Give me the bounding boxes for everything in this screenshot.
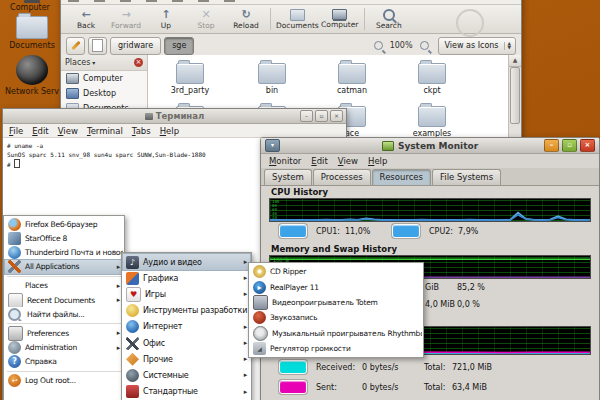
menu-item-офис[interactable]: Офис xyxy=(123,335,250,351)
menu-item-аудио-и-видео[interactable]: Аудио и видео xyxy=(123,254,250,270)
terminal-menu-terminal[interactable]: Terminal xyxy=(87,126,123,136)
terminal-menu-help[interactable]: Help xyxy=(160,126,179,136)
menu-item-системные[interactable]: Системные xyxy=(123,367,250,383)
desktop-icon xyxy=(66,88,79,99)
toolbar-search-button[interactable]: Search xyxy=(370,6,408,32)
close-button[interactable] xyxy=(330,110,343,122)
scrollbar-thumb[interactable] xyxy=(510,67,520,124)
view-mode-select[interactable]: View as Icons xyxy=(438,37,517,55)
menu-item-recent-documents[interactable]: Recent Documents xyxy=(5,293,123,307)
menu-item-найти-файлы-[interactable]: Найти файлы... xyxy=(5,307,123,321)
menu-item-all-applications[interactable]: All Applications xyxy=(5,260,123,274)
terminal-menu-view[interactable]: View xyxy=(58,126,78,136)
toolbar-up-button[interactable]: ↑Up xyxy=(147,6,185,32)
folder-icon xyxy=(16,16,48,39)
path-button-gridware[interactable]: gridware xyxy=(110,37,161,55)
desktop-icon-network-servers[interactable]: Network Serv xyxy=(2,55,62,96)
menu-item-cd-ripper[interactable]: CD Ripper xyxy=(250,264,422,279)
menu-item-staroffice-8[interactable]: StarOffice 8 xyxy=(5,231,123,245)
menu-item-прочие[interactable]: Прочие xyxy=(123,351,250,367)
sidebar-close-icon[interactable]: × xyxy=(134,58,143,67)
zoom-out-icon[interactable] xyxy=(374,41,383,50)
file-item-bin[interactable]: bin xyxy=(237,63,307,95)
minimize-button[interactable] xyxy=(300,110,313,122)
menu-item-стандартные[interactable]: Стандартные xyxy=(123,384,250,400)
folder-icon xyxy=(290,9,305,21)
sm-menu-monitor[interactable]: Monitor xyxy=(269,156,301,166)
maximize-button[interactable] xyxy=(562,139,577,152)
menu-item-регулятор-громкости[interactable]: Регулятор громкости xyxy=(250,341,422,356)
menu-item-интернет[interactable]: Интернет xyxy=(123,319,250,335)
edit-location-button[interactable] xyxy=(66,37,85,55)
menu-item-firefox-веб-браузер[interactable]: Firefox Веб-браузер xyxy=(5,217,123,231)
menu-item-звукозапись[interactable]: Звукозапись xyxy=(250,310,422,325)
menu-item-thunderbird-почта-и-новости[interactable]: Thunderbird Почта и новости xyxy=(5,245,123,259)
file-item-ckpt[interactable]: ckpt xyxy=(397,63,467,95)
menu-item-справка[interactable]: Справка xyxy=(5,355,123,369)
file-item-label: bin xyxy=(237,86,307,95)
menu-item-игры[interactable]: Игры xyxy=(123,286,250,302)
system-monitor-titlebar[interactable]: System Monitor xyxy=(261,138,599,154)
menu-item-инструменты-разработки[interactable]: Инструменты разработки xyxy=(123,303,250,319)
desktop-icon-computer[interactable]: Computer xyxy=(0,0,60,12)
menu-item-log-out-root-[interactable]: Log Out root... xyxy=(5,374,123,388)
desktop-icon-documents[interactable]: Documents xyxy=(2,16,62,50)
sent-rate: 0 bytes/s xyxy=(362,383,416,392)
received-color-swatch[interactable] xyxy=(279,360,307,374)
firefox-icon xyxy=(8,218,21,231)
cpu-legend: CPU1: 11,0% CPU2: 7,9% xyxy=(279,224,491,238)
zoom-level: 100% xyxy=(390,41,413,50)
terminal-menu-file[interactable]: File xyxy=(9,126,23,136)
menu-item-label: Интернет xyxy=(143,322,182,331)
path-button-sge[interactable]: sge xyxy=(164,37,194,55)
menu-item-музыкальный-проигрыватель-rhythmbox[interactable]: Музыкальный проигрыватель Rhythmbox xyxy=(250,326,422,341)
root-path-button[interactable] xyxy=(88,37,107,55)
computer-icon xyxy=(66,73,79,84)
file-item-examples[interactable]: examples xyxy=(397,106,467,138)
tab-resources[interactable]: Resources xyxy=(372,169,431,185)
sm-menu-help[interactable]: Help xyxy=(368,156,387,166)
toolbar-computer-button[interactable]: Computer xyxy=(321,6,359,32)
menu-item-видеопроигрыватель-totem[interactable]: Видеопроигрыватель Totem xyxy=(250,295,422,310)
toolbar-documents-button[interactable]: Documents xyxy=(276,6,319,32)
terminal-menu-edit[interactable]: Edit xyxy=(32,126,48,136)
menu-item-графика[interactable]: Графика xyxy=(123,270,250,286)
menu-item-places[interactable]: Places xyxy=(5,279,123,293)
sidebar-item-desktop[interactable]: Desktop xyxy=(61,86,147,101)
toolbar-reload-button[interactable]: ↻Reload xyxy=(227,6,265,32)
places-header[interactable]: Places × xyxy=(61,55,147,71)
terminal-menu-tabs[interactable]: Tabs xyxy=(132,126,151,136)
folder-icon xyxy=(418,106,446,127)
sent-color-swatch[interactable] xyxy=(279,380,307,394)
menu-item-administration[interactable]: Administration xyxy=(5,341,123,355)
menu-item-label: All Applications xyxy=(25,262,79,271)
file-item-3rd-party[interactable]: 3rd_party xyxy=(155,63,225,95)
close-button[interactable] xyxy=(580,139,595,152)
sm-menu-view[interactable]: View xyxy=(338,156,358,166)
received-total: 721,0 MiB xyxy=(452,363,492,372)
cpu2-color-swatch[interactable] xyxy=(392,224,420,238)
desktop: { "desktop": { "icons": [ {"label": "Com… xyxy=(0,0,600,400)
terminal-titlebar[interactable]: Терминал xyxy=(3,109,346,124)
scroll-up-icon[interactable] xyxy=(509,55,521,67)
tab-processes[interactable]: Processes xyxy=(313,169,371,185)
file-item-catman[interactable]: catman xyxy=(317,63,387,95)
network-received-row: Received: 0 bytes/s Total: 721,0 MiB xyxy=(279,360,492,374)
audio-video-icon xyxy=(126,256,139,269)
sm-menu-edit[interactable]: Edit xyxy=(311,156,327,166)
tab-file-systems[interactable]: File Systems xyxy=(432,169,501,185)
folder-icon xyxy=(338,63,366,84)
combo-stepper-icon xyxy=(504,42,511,50)
maximize-button[interactable] xyxy=(315,110,328,122)
zoom-in-icon[interactable] xyxy=(420,41,429,50)
tab-system[interactable]: System xyxy=(264,169,312,185)
menu-item-realplayer-11[interactable]: RealPlayer 11 xyxy=(250,279,422,294)
minimize-button[interactable] xyxy=(544,139,559,152)
search-icon xyxy=(383,9,395,21)
menu-item-preferences[interactable]: Preferences xyxy=(5,326,123,340)
sidebar-item-computer[interactable]: Computer xyxy=(61,71,147,86)
cpu1-color-swatch[interactable] xyxy=(279,224,307,238)
desktop-icon-label: Documents xyxy=(2,41,62,50)
toolbar-back-button[interactable]: ←Back xyxy=(67,6,105,32)
menu-item-label: Аудио и видео xyxy=(143,258,202,267)
